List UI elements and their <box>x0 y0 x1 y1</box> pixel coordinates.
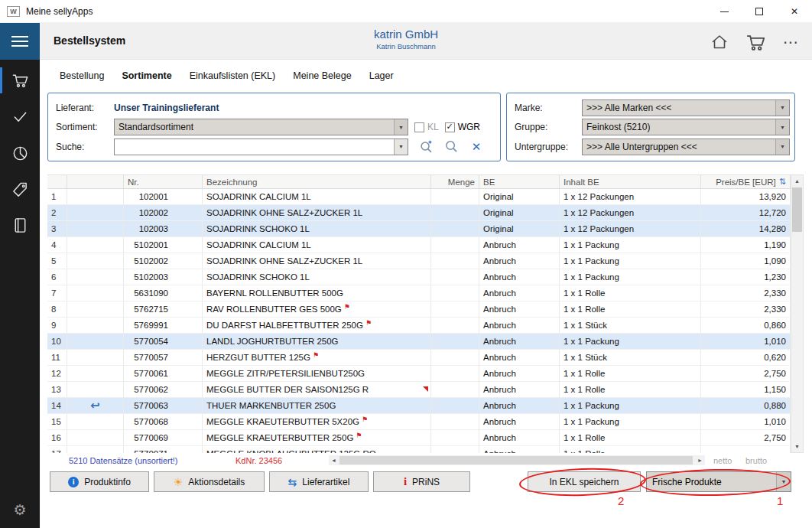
suche-input[interactable]: ▼ <box>114 139 408 155</box>
table-row[interactable]: 115770057HERZGUT BUTTER 125G⚑Anbruch1 x … <box>47 350 791 366</box>
tab-lager[interactable]: Lager <box>369 70 394 81</box>
preis-be: 12,720 <box>701 205 791 221</box>
tab-meine-belege[interactable]: Meine Belege <box>293 70 351 81</box>
filter-panel-left: Lieferant: Unser Trainingslieferant Sort… <box>47 93 501 161</box>
aktionsdetails-button[interactable]: ☀Aktionsdetails <box>154 471 265 492</box>
table-row[interactable]: 125770061MEGGLE ZITR/PETERSILIENBUT250GA… <box>47 366 791 382</box>
table-row[interactable]: 75631090BAYERNL ROLLENBUTTER 500GAnbruch… <box>47 285 791 301</box>
table-row[interactable]: 105770054LANDL JOGHURTBUTTER 250GAnbruch… <box>47 334 791 350</box>
more-options-icon[interactable]: ⋯ <box>783 38 798 46</box>
table-row[interactable]: 165770069MEGGLE KRAEUTERBUTTER 250G⚑Anbr… <box>47 430 791 446</box>
column-header-menge[interactable]: Menge <box>431 175 479 188</box>
table-row[interactable]: 45102001SOJADRINK CALCIUM 1LAnbruch1 x 1… <box>47 237 791 253</box>
home-icon[interactable] <box>710 33 729 51</box>
menu-button[interactable] <box>0 23 40 60</box>
sidebar-item-prices[interactable] <box>0 174 40 204</box>
settings-gear-icon[interactable]: ⚙ <box>0 494 40 525</box>
be: Anbruch <box>479 334 560 350</box>
netto-toggle[interactable]: netto <box>713 456 732 465</box>
scroll-left-icon[interactable]: ◄ <box>329 455 339 465</box>
row-number: 16 <box>47 430 67 446</box>
article-name: BAYERNL ROLLENBUTTER 500G <box>203 285 431 301</box>
table-body: 1102001SOJADRINK CALCIUM 1LOriginal1 x 1… <box>47 189 791 453</box>
brutto-toggle[interactable]: brutto <box>745 456 767 465</box>
horizontal-scrollbar[interactable]: ◄ ► <box>329 455 705 465</box>
table-row[interactable]: 65102003SOJADRINK SCHOKO 1LAnbruch1 x 1 … <box>47 269 791 285</box>
table-row[interactable]: 135770062MEGGLE BUTTER DER SAISON125G RA… <box>47 382 791 398</box>
inhalt-be: 1 x 1 Rolle <box>560 366 701 382</box>
column-header-inhalt-be[interactable]: Inhalt BE <box>560 175 701 188</box>
horizontal-scroll-thumb[interactable] <box>339 456 693 464</box>
column-header-blank-1[interactable] <box>67 175 124 188</box>
chevron-down-icon[interactable]: ▼ <box>394 119 408 135</box>
search-icon[interactable] <box>443 139 459 155</box>
gruppe-dropdown[interactable]: Feinkost (5210) ▼ <box>582 119 790 135</box>
preis-be: 1,010 <box>701 414 791 430</box>
article-name: MEGGLE ZITR/PETERSILIENBUT250G <box>203 366 431 382</box>
chevron-down-icon[interactable]: ▼ <box>775 119 789 135</box>
window-title: Meine sellyApps <box>26 6 93 17</box>
article-number: 102001 <box>124 189 203 205</box>
vertical-scrollbar[interactable]: ▲ ▼ <box>791 174 804 453</box>
article-name: MEGGLE KRAEUTERBUTTER 250G⚑ <box>203 430 431 446</box>
sidebar-item-bestellsystem[interactable] <box>0 65 40 96</box>
tab-bestellung[interactable]: Bestellung <box>60 70 104 81</box>
marke-dropdown[interactable]: >>> Alle Marken <<< ▼ <box>582 99 790 116</box>
wgr-checkbox[interactable]: WGR <box>445 122 480 132</box>
prins-button[interactable]: iPRiNS <box>373 471 470 492</box>
clear-search-icon[interactable]: ✕ <box>469 139 484 155</box>
sidebar-item-tasks[interactable] <box>0 101 40 132</box>
red-note-icon <box>423 386 428 392</box>
column-header-bezeichnung[interactable]: Bezeichnung <box>203 175 431 188</box>
row-number: 2 <box>47 205 67 221</box>
row-number: 5 <box>47 253 67 269</box>
chevron-down-icon[interactable]: ▼ <box>775 139 789 155</box>
sidebar-item-catalog[interactable] <box>0 210 40 240</box>
chevron-down-icon[interactable]: ▼ <box>775 100 789 116</box>
close-button[interactable]: ✕ <box>777 0 812 23</box>
kl-checkbox[interactable]: KL <box>414 122 439 132</box>
scroll-up-icon[interactable]: ▲ <box>791 175 803 187</box>
sidebar-item-statistics[interactable] <box>0 138 40 168</box>
titlebar: W Meine sellyApps ✕ <box>0 0 812 23</box>
preis-be: 1,150 <box>701 382 791 398</box>
article-name: HERZGUT BUTTER 125G⚑ <box>203 350 431 366</box>
column-header-blank-0[interactable] <box>47 175 67 188</box>
column-header-nr[interactable]: Nr. <box>124 175 203 188</box>
table-row[interactable]: 1102001SOJADRINK CALCIUM 1LOriginal1 x 1… <box>47 189 791 205</box>
in-ekl-speichern-button[interactable]: In EKL speichern <box>528 471 641 492</box>
column-header-be[interactable]: BE <box>479 175 560 188</box>
table-row[interactable]: 3102003SOJADRINK SCHOKO 1LOriginal1 x 12… <box>47 221 791 237</box>
frische-produkte-dropdown[interactable]: Frische Produkte ▼ <box>646 471 791 492</box>
table-row[interactable]: 55102002SOJADRINK OHNE SALZ+ZUCKER 1LAnb… <box>47 253 791 269</box>
cart-icon[interactable] <box>745 32 766 53</box>
table-row[interactable]: 175770071MEGGLE KNOBLAUCHBUTTER 125G ROA… <box>47 446 791 453</box>
produktinfo-button[interactable]: iProduktinfo <box>50 471 149 492</box>
table-row[interactable]: 14↩5770063THUER MARKENBUTTER 250GAnbruch… <box>47 398 791 414</box>
tab-sortimente[interactable]: Sortimente <box>122 70 171 81</box>
module-title: Bestellsystem <box>54 34 125 47</box>
sort-icon[interactable]: ⇅ <box>779 177 786 187</box>
preis-be: 13,920 <box>701 189 791 205</box>
scroll-down-icon[interactable]: ▼ <box>791 441 803 452</box>
chevron-down-icon[interactable]: ▼ <box>776 472 791 491</box>
search-plus-icon[interactable] <box>418 139 434 155</box>
tab-einkaufslisten-ekl[interactable]: Einkaufslisten (EKL) <box>190 70 276 81</box>
table-row[interactable]: 155770068MEGGLE KRAEUTERBUTTER 5X20G⚑Anb… <box>47 414 791 430</box>
sortiment-dropdown[interactable]: Standardsortiment ▼ <box>114 119 408 135</box>
table-row[interactable]: 85762715RAV ROLLENBUTTER GES 500G⚑Anbruc… <box>47 301 791 318</box>
maximize-button[interactable] <box>742 0 777 23</box>
untergruppe-dropdown[interactable]: >>> Alle Untergruppen <<< ▼ <box>582 139 790 155</box>
column-header-preis-be-eur[interactable]: Preis/BE [EUR]⇅ <box>701 175 791 188</box>
minimize-button[interactable] <box>706 0 742 23</box>
tag-icon <box>11 181 29 198</box>
table-row[interactable]: 2102002SOJADRINK OHNE SALZ+ZUCKER 1LOrig… <box>47 205 791 221</box>
scroll-right-icon[interactable]: ► <box>695 455 705 465</box>
table-row[interactable]: 95769991DU DARFST HALBFETTBUTTER 250G⚑An… <box>47 318 791 334</box>
chevron-down-icon[interactable]: ▼ <box>394 139 408 155</box>
lieferartikel-button[interactable]: ⇆Lieferartikel <box>269 471 369 492</box>
article-number: 5102002 <box>124 253 203 269</box>
footer-buttons: iProduktinfo☀Aktionsdetails⇆Lieferartike… <box>50 471 470 492</box>
be: Anbruch <box>479 414 560 430</box>
vertical-scroll-thumb[interactable] <box>792 187 802 232</box>
